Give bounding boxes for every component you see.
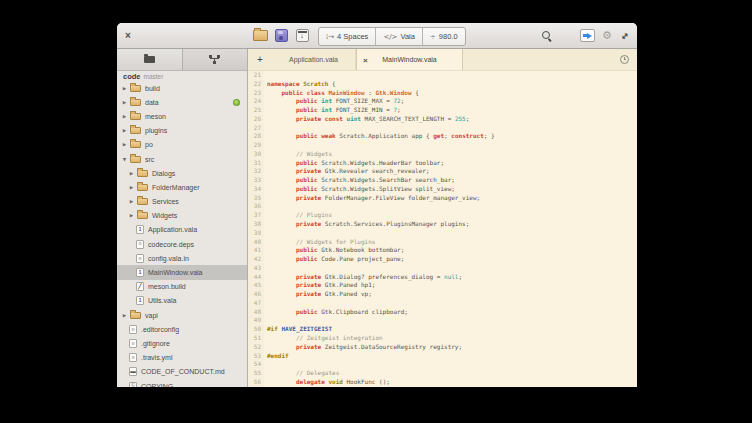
folder-icon xyxy=(144,56,155,63)
tree-item-codecore.deps[interactable]: ≡codecore.deps xyxy=(117,237,247,251)
save-as-button[interactable] xyxy=(293,23,311,48)
search-button[interactable] xyxy=(537,23,555,48)
zoom-ratio-button[interactable]: ÷ 980.0 xyxy=(423,28,465,45)
line-number[interactable]: 22 xyxy=(248,80,264,89)
open-button[interactable] xyxy=(251,23,269,48)
code-editor[interactable]: 2122namespace Scratch {23 public class M… xyxy=(248,71,637,387)
line-number[interactable]: 32 xyxy=(248,167,264,176)
line-number[interactable]: 47 xyxy=(248,299,264,308)
tab-Application.vala[interactable]: Application.vala xyxy=(272,49,356,70)
collapse-expander-icon[interactable]: ▼ xyxy=(122,157,127,162)
window-close-button[interactable]: × xyxy=(120,23,136,48)
text-file-icon: ≡ xyxy=(136,240,144,249)
new-tab-button[interactable]: + xyxy=(248,49,272,70)
expand-expander-icon[interactable]: ▶ xyxy=(122,128,127,133)
line-number[interactable]: 45 xyxy=(248,281,264,290)
line-number[interactable]: 37 xyxy=(248,211,264,220)
line-number[interactable]: 29 xyxy=(248,141,264,150)
code-line-54: 54 xyxy=(248,360,637,369)
line-number[interactable]: 34 xyxy=(248,185,264,194)
expand-expander-icon[interactable]: ▶ xyxy=(122,100,127,105)
tree-item-build[interactable]: ▶build xyxy=(117,81,247,95)
tree-item-src[interactable]: ▼src xyxy=(117,152,247,166)
line-number[interactable]: 51 xyxy=(248,334,264,343)
line-number[interactable]: 54 xyxy=(248,360,264,369)
clock-history-icon[interactable] xyxy=(620,55,629,64)
line-number[interactable]: 30 xyxy=(248,150,264,159)
line-number[interactable]: 28 xyxy=(248,132,264,141)
tree-item-FolderManager[interactable]: ▶FolderManager xyxy=(117,180,247,194)
tree-item-plugins[interactable]: ▶plugins xyxy=(117,124,247,138)
line-number[interactable]: 53 xyxy=(248,352,264,361)
line-number[interactable]: 46 xyxy=(248,290,264,299)
tree-item-.gitignore[interactable]: ≡.gitignore xyxy=(117,336,247,350)
close-tab-icon[interactable]: × xyxy=(363,55,368,64)
line-number[interactable]: 23 xyxy=(248,89,264,98)
save-button[interactable] xyxy=(272,23,290,48)
line-number[interactable]: 39 xyxy=(248,229,264,238)
tree-item-meson.build[interactable]: ╱meson.build xyxy=(117,280,247,294)
expand-expander-icon[interactable]: ▶ xyxy=(129,199,134,204)
line-number[interactable]: 41 xyxy=(248,246,264,255)
line-number[interactable]: 50 xyxy=(248,325,264,334)
main-area: code master ▶build▶data▶meson▶plugins▶po… xyxy=(117,71,637,387)
tree-item-CODE_OF_CONDUCT.md[interactable]: ▬CODE_OF_CONDUCT.md xyxy=(117,365,247,379)
tree-item-vapi[interactable]: ▶vapi xyxy=(117,308,247,322)
modified-status-dot xyxy=(233,99,240,106)
fullscreen-button[interactable]: ↔ xyxy=(616,23,634,48)
tree-item-.travis.yml[interactable]: ≡.travis.yml xyxy=(117,351,247,365)
files-view-toggle[interactable] xyxy=(117,49,182,70)
tab-MainWindow.vala[interactable]: ×MainWindow.vala xyxy=(356,49,463,70)
expand-expander-icon[interactable]: ▶ xyxy=(129,185,134,190)
tree-item-data[interactable]: ▶data xyxy=(117,95,247,109)
line-number[interactable]: 36 xyxy=(248,202,264,211)
line-number[interactable]: 42 xyxy=(248,255,264,264)
line-number[interactable]: 38 xyxy=(248,220,264,229)
code-line-41: 41 public Gtk.Notebook bottombar; xyxy=(248,246,637,255)
expand-expander-icon[interactable]: ▶ xyxy=(129,213,134,218)
tree-item-MainWindow.vala[interactable]: 1MainWindow.vala xyxy=(117,265,247,279)
expand-expander-icon[interactable]: ▶ xyxy=(129,171,134,176)
line-number[interactable]: 40 xyxy=(248,238,264,247)
line-number[interactable]: 31 xyxy=(248,159,264,168)
tree-item-po[interactable]: ▶po xyxy=(117,138,247,152)
code-text: namespace Scratch { xyxy=(264,80,336,89)
export-button[interactable] xyxy=(578,23,596,48)
line-number[interactable]: 52 xyxy=(248,343,264,352)
line-number[interactable]: 24 xyxy=(248,97,264,106)
project-header[interactable]: code master xyxy=(117,72,247,81)
project-name: code xyxy=(123,72,141,81)
tree-item-meson[interactable]: ▶meson xyxy=(117,109,247,123)
line-number[interactable]: 44 xyxy=(248,273,264,282)
line-number[interactable]: 55 xyxy=(248,369,264,378)
expand-expander-icon[interactable]: ▶ xyxy=(122,142,127,147)
line-number[interactable]: 48 xyxy=(248,308,264,317)
language-button[interactable]: </> Vala xyxy=(376,28,423,45)
tree-item-Utils.vala[interactable]: 1Utils.vala xyxy=(117,294,247,308)
settings-button[interactable]: ⚙ xyxy=(598,23,616,48)
line-number[interactable]: 26 xyxy=(248,115,264,124)
line-number[interactable]: 21 xyxy=(248,71,264,80)
expand-expander-icon[interactable]: ▶ xyxy=(122,114,127,119)
tree-item-Services[interactable]: ▶Services xyxy=(117,195,247,209)
tree-item-.editorconfig[interactable]: ≡.editorconfig xyxy=(117,322,247,336)
tree-item-Application.vala[interactable]: 1Application.vala xyxy=(117,223,247,237)
line-number[interactable]: 25 xyxy=(248,106,264,115)
tree-item-label: meson.build xyxy=(148,283,186,290)
tree-item-COPYING[interactable]: ©COPYING xyxy=(117,379,247,387)
code-line-48: 48 public Gtk.Clipboard clipboard; xyxy=(248,308,637,317)
outline-view-toggle[interactable] xyxy=(182,49,248,70)
expand-expander-icon[interactable]: ▶ xyxy=(122,86,127,91)
tree-item-Widgets[interactable]: ▶Widgets xyxy=(117,209,247,223)
code-text xyxy=(264,360,267,369)
line-number[interactable]: 35 xyxy=(248,194,264,203)
line-number[interactable]: 27 xyxy=(248,124,264,133)
tree-item-Dialogs[interactable]: ▶Dialogs xyxy=(117,166,247,180)
indent-width-button[interactable]: ⁞→ 4 Spaces xyxy=(319,28,376,45)
expand-expander-icon[interactable]: ▶ xyxy=(122,313,127,318)
tree-item-config.vala.in[interactable]: ≡config.vala.in xyxy=(117,251,247,265)
line-number[interactable]: 49 xyxy=(248,316,264,325)
line-number[interactable]: 56 xyxy=(248,378,264,387)
line-number[interactable]: 33 xyxy=(248,176,264,185)
line-number[interactable]: 43 xyxy=(248,264,264,273)
